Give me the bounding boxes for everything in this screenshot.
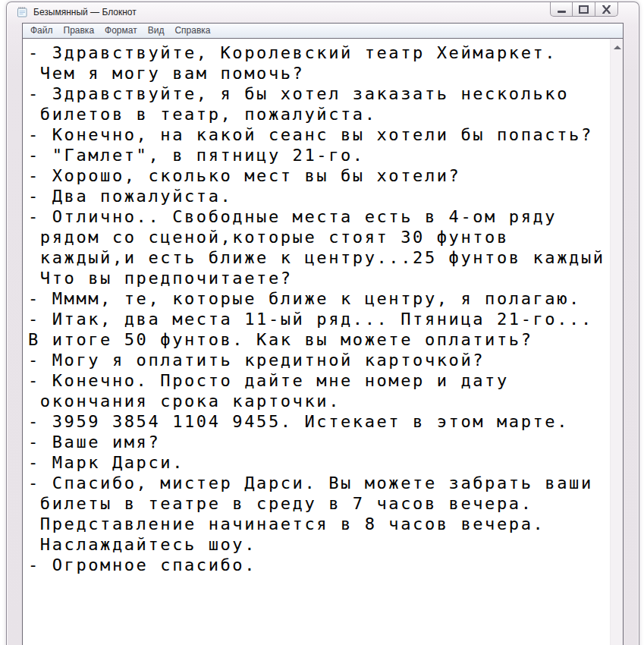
text-line: - Итак, два места 11-ый ряд... Птяница 2… — [28, 309, 610, 329]
text-line: - Марк Дарси. — [28, 452, 610, 473]
notepad-icon-graphic — [16, 6, 28, 18]
titlebar[interactable]: Безымянный — Блокнот — [7, 2, 639, 22]
menu-help[interactable]: Справка — [169, 24, 215, 38]
window-title: Безымянный — Блокнот — [33, 7, 137, 17]
text-line: рядом со сценой,которые стоят 30 фунтов — [28, 227, 610, 247]
notepad-window: Безымянный — Блокнот Файл Правка Формат … — [6, 2, 639, 645]
text-line: окончания срока карточки. — [28, 391, 610, 411]
menu-bar: Файл Правка Формат Вид Справка — [23, 24, 623, 39]
text-line: - Конечно. Просто дайте мне номер и дату — [28, 370, 610, 391]
minimize-icon — [558, 11, 566, 13]
menu-view[interactable]: Вид — [143, 24, 170, 38]
text-line: - Огромное спасибо. — [28, 555, 610, 575]
text-line: - Отлично.. Свободные места есть в 4-ом … — [28, 206, 610, 227]
text-line: Наслаждайтесь шоу. — [28, 534, 610, 555]
text-line: - Здравствуйте, я бы хотел заказать неск… — [28, 83, 610, 104]
text-line: - Могу я оплатить кредитной карточкой? — [28, 350, 610, 370]
text-line: - Мммм, те, которые ближе к центру, я по… — [28, 288, 610, 309]
client-area: Файл Правка Формат Вид Справка - Здравст… — [22, 23, 624, 645]
scroll-up-icon[interactable] — [614, 46, 621, 49]
text-line: - Конечно, на какой сеанс вы хотели бы п… — [28, 124, 610, 145]
text-line: В итоге 50 фунтов. Как вы можете оплатит… — [28, 329, 610, 350]
text-line: - Два пожалуйста. — [28, 186, 610, 206]
notepad-icon[interactable] — [16, 6, 28, 18]
text-editor[interactable]: - Здравствуйте, Королевский театр Хеймар… — [23, 39, 610, 645]
text-line: - Ваше имя? — [28, 432, 610, 452]
minimize-button[interactable] — [550, 2, 573, 17]
window-controls — [550, 2, 618, 17]
text-line: Что вы предпочитаете? — [28, 268, 610, 288]
text-line: - Хорошо, сколько мест вы бы хотели? — [28, 165, 610, 186]
close-icon — [602, 5, 611, 14]
menu-edit[interactable]: Правка — [58, 24, 100, 38]
edit-region: - Здравствуйте, Королевский театр Хеймар… — [23, 39, 623, 645]
text-line: билетов в театр, пожалуйста. — [28, 104, 610, 124]
text-line: - Спасибо, мистер Дарси. Вы можете забра… — [28, 473, 610, 493]
text-line: Представление начинается в 8 часов вечер… — [28, 514, 610, 534]
menu-format[interactable]: Формат — [99, 24, 143, 38]
text-line: Чем я могу вам помочь? — [28, 63, 610, 83]
close-button[interactable] — [595, 2, 618, 17]
text-line: - Здравствуйте, Королевский театр Хеймар… — [28, 42, 610, 63]
menu-file[interactable]: Файл — [25, 24, 58, 38]
vertical-scrollbar[interactable] — [610, 39, 623, 645]
text-line: билеты в театре в среду в 7 часов вечера… — [28, 493, 610, 514]
maximize-button[interactable] — [573, 2, 595, 17]
text-line: - "Гамлет", в пятницу 21-го. — [28, 145, 610, 165]
text-line: каждый,и есть ближе к центру...25 фунтов… — [28, 247, 610, 268]
text-line: - 3959 3854 1104 9455. Истекает в этом м… — [28, 411, 610, 432]
maximize-icon — [579, 5, 589, 14]
